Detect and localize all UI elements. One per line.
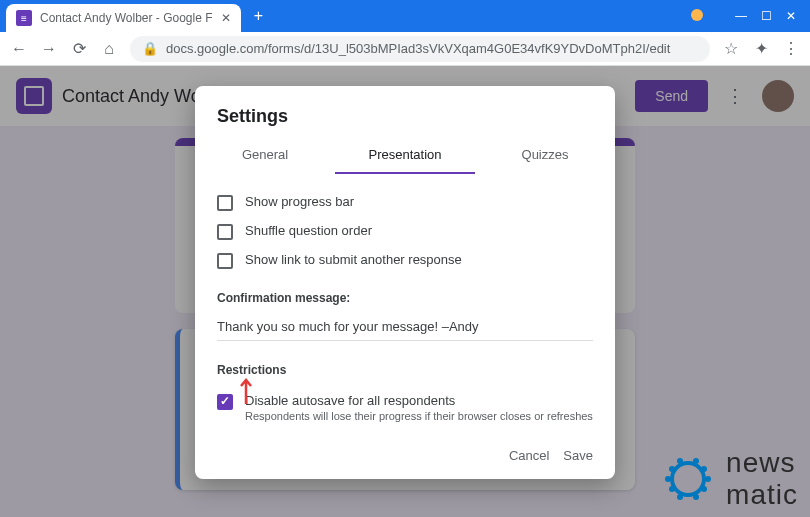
reload-icon[interactable]: ⟳ [70,39,88,58]
svg-point-9 [677,494,683,500]
svg-point-6 [701,486,707,492]
extensions-icon[interactable]: ✦ [752,39,770,58]
svg-point-1 [669,466,675,472]
tab-general[interactable]: General [195,137,335,174]
maximize-icon[interactable]: ☐ [761,9,772,23]
browser-menu-icon[interactable]: ⋮ [782,39,800,58]
checkbox-subtext: Respondents will lose their progress if … [245,410,593,422]
tab-presentation[interactable]: Presentation [335,137,475,174]
minimize-icon[interactable]: — [735,9,747,23]
close-tab-icon[interactable]: ✕ [213,11,231,25]
watermark: newsmatic [658,447,798,511]
window-controls: — ☐ ✕ [691,9,810,23]
restrictions-heading: Restrictions [195,351,615,383]
browser-titlebar: ≡ Contact Andy Wolber - Google F ✕ + — ☐… [0,0,810,32]
forms-favicon: ≡ [16,10,32,26]
watermark-logo-icon [658,449,718,509]
checkbox-label: Show link to submit another response [245,252,462,267]
svg-point-2 [665,476,671,482]
checkbox-icon [217,253,233,269]
settings-modal: Settings General Presentation Quizzes Sh… [195,86,615,479]
checkbox-label: Show progress bar [245,194,354,209]
home-icon[interactable]: ⌂ [100,40,118,58]
watermark-text: newsmatic [726,447,798,511]
lock-icon: 🔒 [142,41,158,56]
checkbox-label: Shuffle question order [245,223,372,238]
browser-toolbar: ← → ⟳ ⌂ 🔒 docs.google.com/forms/d/13U_l5… [0,32,810,66]
new-tab-button[interactable]: + [247,4,271,28]
svg-point-7 [677,458,683,464]
tab-title: Contact Andy Wolber - Google F [40,11,213,25]
svg-point-10 [693,494,699,500]
svg-point-3 [669,486,675,492]
checkbox-disable-autosave[interactable]: Disable autosave for all respondents Res… [217,387,593,428]
checkbox-show-link[interactable]: Show link to submit another response [217,246,593,275]
checkbox-label: Disable autosave for all respondents [245,393,593,408]
close-window-icon[interactable]: ✕ [786,9,796,23]
svg-point-4 [701,466,707,472]
cancel-button[interactable]: Cancel [509,448,549,463]
modal-title: Settings [195,106,615,137]
url-text: docs.google.com/forms/d/13U_l503bMPIad3s… [166,41,670,56]
save-button[interactable]: Save [563,448,593,463]
confirmation-message-input[interactable]: Thank you so much for your message! –And… [217,315,593,341]
settings-tabs: General Presentation Quizzes [195,137,615,174]
svg-point-5 [705,476,711,482]
checkbox-progress-bar[interactable]: Show progress bar [217,188,593,217]
address-bar[interactable]: 🔒 docs.google.com/forms/d/13U_l503bMPIad… [130,36,710,62]
browser-tab[interactable]: ≡ Contact Andy Wolber - Google F ✕ [6,4,241,32]
forward-icon[interactable]: → [40,40,58,58]
svg-point-0 [672,463,704,495]
svg-point-8 [693,458,699,464]
confirmation-heading: Confirmation message: [195,279,615,311]
bookmark-star-icon[interactable]: ☆ [722,39,740,58]
checkbox-checked-icon [217,394,233,410]
checkbox-icon [217,224,233,240]
back-icon[interactable]: ← [10,40,28,58]
checkbox-icon [217,195,233,211]
tab-quizzes[interactable]: Quizzes [475,137,615,174]
record-indicator-icon [691,9,703,21]
checkbox-shuffle[interactable]: Shuffle question order [217,217,593,246]
